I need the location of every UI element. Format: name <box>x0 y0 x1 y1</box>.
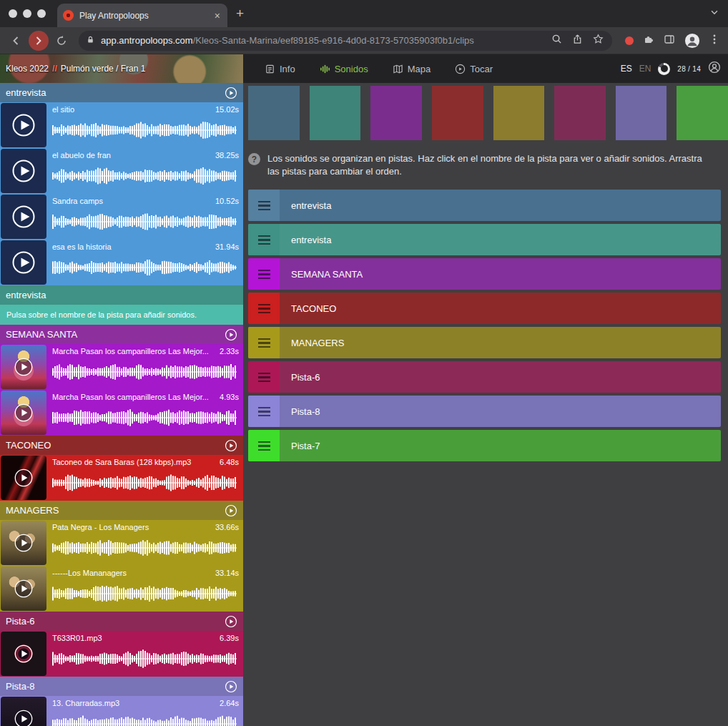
track-color-swatch[interactable] <box>616 86 667 140</box>
account-icon[interactable] <box>708 61 721 77</box>
track-play-button[interactable] <box>225 504 237 517</box>
clip-item[interactable]: ------Los Mananagers33.14s <box>0 566 243 612</box>
track-header[interactable]: TACONEO <box>0 436 243 455</box>
clip-details: Marcha Pasan los campanilleros Las Mejor… <box>47 390 243 436</box>
reload-button[interactable] <box>51 31 72 51</box>
drag-handle-icon[interactable] <box>248 430 280 461</box>
track-row-label: Pista-6 <box>291 372 320 383</box>
track-row[interactable]: MANAGERS <box>248 327 721 358</box>
record-dot-icon[interactable] <box>625 36 634 45</box>
nav-tab-tocar[interactable]: Tocar <box>446 54 501 83</box>
window-zoom-button[interactable] <box>37 9 46 18</box>
clip-item[interactable]: esa es la historia31.94s <box>0 240 243 285</box>
clip-thumbnail[interactable] <box>1 240 46 285</box>
track-color-swatch[interactable] <box>432 86 483 140</box>
track-header[interactable]: entrevista <box>0 285 243 305</box>
clip-item[interactable]: el sitio15.02s <box>0 102 243 148</box>
tab-search-chevron-icon[interactable] <box>709 7 719 20</box>
drag-handle-icon[interactable] <box>248 361 280 393</box>
clip-thumbnail[interactable] <box>1 195 46 239</box>
track-row[interactable]: TACONEO <box>248 293 721 324</box>
track-play-button[interactable] <box>225 328 237 341</box>
browser-tab[interactable]: Play Antropoloops × <box>57 4 227 27</box>
clip-thumbnail[interactable] <box>1 521 46 565</box>
track-header[interactable]: Pista-6 <box>0 612 243 631</box>
track-row-label: Pista-8 <box>291 406 320 417</box>
track-play-button[interactable] <box>225 439 237 452</box>
profile-avatar[interactable] <box>684 33 700 49</box>
bookmark-star-icon[interactable] <box>593 34 604 47</box>
window-minimize-button[interactable] <box>23 9 31 18</box>
back-button[interactable] <box>6 31 26 51</box>
clip-item[interactable]: 13. Charradas.mp32.64s <box>0 696 243 726</box>
clip-thumbnail[interactable] <box>1 697 46 726</box>
clip-thumbnail[interactable] <box>1 391 46 435</box>
track-play-button[interactable] <box>225 87 237 99</box>
breadcrumb[interactable]: Kleos 2022 // Pulmón verde / Fran 1 <box>0 54 243 83</box>
track-color-swatch[interactable] <box>493 86 545 140</box>
clip-item[interactable]: Pata Negra - Los Managers33.66s <box>0 520 243 566</box>
drag-handle-icon[interactable] <box>248 258 280 290</box>
clip-item[interactable]: Marcha Pasan los campanilleros Las Mejor… <box>0 344 243 390</box>
nav-tab-info[interactable]: Info <box>256 54 304 83</box>
clip-thumbnail[interactable] <box>1 345 46 389</box>
menu-kebab-icon[interactable] <box>709 34 719 48</box>
app-content: entrevistael sitio15.02sel abuelo de fra… <box>0 83 728 726</box>
lang-en-button[interactable]: EN <box>639 64 651 74</box>
track-color-swatch[interactable] <box>370 86 422 140</box>
new-tab-button[interactable]: + <box>227 0 252 27</box>
zoom-icon[interactable] <box>551 34 562 47</box>
main-panel: ? Los sonidos se organizan en pistas. Ha… <box>243 83 728 726</box>
clip-thumbnail[interactable] <box>1 149 46 193</box>
track-row[interactable]: entrevista <box>248 224 721 255</box>
nav-tab-mapa[interactable]: Mapa <box>384 54 440 83</box>
drag-handle-icon[interactable] <box>248 224 280 255</box>
extensions-puzzle-icon[interactable] <box>643 34 654 48</box>
sidebar-panel-icon[interactable] <box>664 34 675 48</box>
drag-handle-icon[interactable] <box>248 396 280 427</box>
clip-thumbnail[interactable] <box>1 456 46 500</box>
nav-tab-sonidos[interactable]: Sonidos <box>311 54 377 83</box>
drag-handle-icon[interactable] <box>248 293 280 324</box>
track-header[interactable]: entrevista <box>0 83 243 102</box>
clip-item[interactable]: Marcha Pasan los campanilleros Las Mejor… <box>0 390 243 436</box>
track-header[interactable]: MANAGERS <box>0 501 243 520</box>
track-row[interactable]: Pista-6 <box>248 361 721 393</box>
forward-button[interactable] <box>29 31 49 51</box>
tab-close-icon[interactable]: × <box>213 9 222 22</box>
track-header[interactable]: Pista-8 <box>0 677 243 696</box>
drag-handle-icon[interactable] <box>248 190 280 221</box>
clip-thumbnail[interactable] <box>1 103 46 147</box>
loading-progress-ring <box>658 63 670 75</box>
track-row[interactable]: Pista-8 <box>248 396 721 427</box>
track-color-swatch[interactable] <box>677 86 728 140</box>
tab-strip: Play Antropoloops × + <box>0 0 728 27</box>
track-row[interactable]: Pista-7 <box>248 430 721 461</box>
clip-thumbnail[interactable] <box>1 566 46 611</box>
clip-name: Sandra camps <box>52 197 211 205</box>
clip-thumbnail[interactable] <box>1 632 46 676</box>
lang-es-button[interactable]: ES <box>621 64 632 74</box>
track-color-swatch[interactable] <box>248 86 300 140</box>
url-bar[interactable]: app.antropoloops.com/Kleos-Santa-Marina/… <box>79 31 612 51</box>
track-row[interactable]: entrevista <box>248 190 721 221</box>
omnibox-actions <box>551 34 605 47</box>
clip-name: 13. Charradas.mp3 <box>52 699 215 707</box>
track-row[interactable]: SEMANA SANTA <box>248 258 721 290</box>
share-icon[interactable] <box>572 34 583 47</box>
track-play-button[interactable] <box>225 680 237 693</box>
track-color-swatch[interactable] <box>554 86 606 140</box>
clip-item[interactable]: T633R01.mp36.39s <box>0 631 243 677</box>
clip-waveform <box>52 160 239 192</box>
track-play-button[interactable] <box>225 615 237 628</box>
clip-name: el abuelo de fran <box>52 151 211 160</box>
track-color-swatch[interactable] <box>310 86 361 140</box>
drag-handle-icon[interactable] <box>248 327 280 358</box>
nav-label: Tocar <box>470 64 493 74</box>
clip-item[interactable]: el abuelo de fran38.25s <box>0 148 243 194</box>
track-row-list: entrevistaentrevistaSEMANA SANTATACONEOM… <box>248 190 721 461</box>
track-header[interactable]: SEMANA SANTA <box>0 325 243 344</box>
window-close-button[interactable] <box>9 9 17 18</box>
clip-item[interactable]: Taconeo de Sara Baras (128 kbps).mp36.48… <box>0 455 243 501</box>
clip-item[interactable]: Sandra camps10.52s <box>0 194 243 240</box>
